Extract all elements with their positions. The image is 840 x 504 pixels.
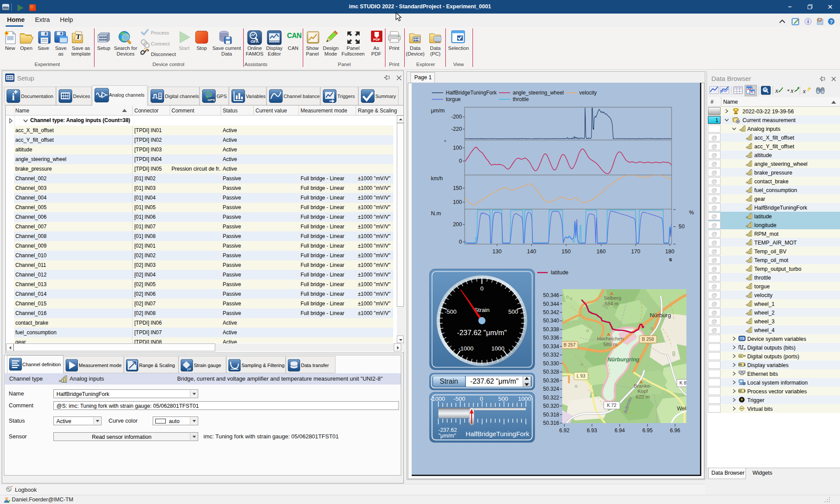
svg-text:HalfBridgeTuningFork: HalfBridgeTuningFork	[466, 430, 529, 438]
svg-text:50.346: 50.346	[543, 292, 559, 298]
svg-text:Kopf: Kopf	[637, 388, 648, 394]
svg-text:20.8: 20.8	[738, 363, 746, 367]
svg-text:Branke-: Branke-	[634, 383, 651, 388]
svg-text:589 m: 589 m	[603, 342, 617, 347]
svg-text:PDF: PDF	[373, 38, 380, 42]
svg-text:50: 50	[679, 224, 685, 230]
svg-text:1000: 1000	[491, 345, 504, 352]
svg-text:50.334: 50.334	[543, 343, 559, 350]
svg-text:GPS: GPS	[208, 98, 216, 102]
svg-text:0: 0	[480, 285, 484, 292]
svg-text:200: 200	[453, 221, 462, 228]
svg-text:50.340: 50.340	[543, 318, 559, 324]
svg-text:-1000: -1000	[458, 345, 474, 352]
svg-text:22.3: 22.3	[738, 389, 746, 393]
svg-text:CAN: CAN	[287, 32, 301, 39]
svg-text:150: 150	[453, 185, 462, 191]
svg-text:%: %	[689, 210, 694, 216]
svg-text:50.328: 50.328	[543, 369, 559, 375]
svg-text:Selberg: Selberg	[604, 295, 621, 301]
svg-text:K 8: K 8	[679, 380, 686, 385]
svg-text:140: 140	[527, 248, 536, 255]
svg-text:?: ?	[830, 19, 833, 24]
svg-text:km/h: km/h	[431, 175, 443, 182]
svg-text:50.324: 50.324	[543, 386, 559, 392]
svg-text:μm/m: μm/m	[431, 108, 445, 114]
svg-text:Nürburgring: Nürburgring	[608, 357, 640, 363]
svg-text:500: 500	[508, 308, 518, 315]
svg-text:100: 100	[453, 145, 462, 151]
svg-text:"μm/m": "μm/m"	[438, 433, 456, 439]
svg-text:6.96: 6.96	[670, 427, 680, 434]
svg-text:-500: -500	[444, 308, 456, 315]
svg-text:-1000: -1000	[430, 396, 445, 402]
svg-text:100: 100	[453, 199, 462, 205]
svg-text:0: 0	[480, 396, 483, 402]
svg-text:6.95: 6.95	[642, 427, 653, 434]
svg-text:170: 170	[631, 248, 640, 255]
svg-text:584 m: 584 m	[605, 301, 619, 306]
svg-text:0: 0	[459, 158, 462, 164]
svg-text:50.330: 50.330	[543, 360, 559, 367]
svg-text:OFA: OFA	[251, 39, 259, 44]
svg-text:torgue: torgue	[446, 96, 461, 102]
svg-text:x: x	[775, 87, 778, 94]
svg-text:150: 150	[562, 248, 571, 255]
svg-text:0: 0	[459, 239, 462, 245]
svg-text:B 257: B 257	[564, 342, 576, 347]
svg-text:-237.62 "μm/m": -237.62 "μm/m"	[470, 378, 518, 385]
svg-text:6.94: 6.94	[615, 427, 625, 434]
svg-text:50.316: 50.316	[543, 420, 559, 426]
svg-text:x: x	[790, 87, 794, 94]
svg-text:Strain: Strain	[440, 378, 458, 385]
svg-text:50.342: 50.342	[543, 309, 559, 315]
svg-text:angle_steering_wheel: angle_steering_wheel	[513, 90, 564, 96]
svg-text:1000: 1000	[518, 396, 531, 402]
svg-text:-500: -500	[453, 396, 465, 402]
svg-text:x: x	[802, 88, 806, 94]
svg-text:6.92: 6.92	[559, 427, 570, 434]
svg-text:L 93: L 93	[577, 373, 585, 378]
svg-text:B 258: B 258	[642, 336, 654, 342]
svg-text:50.318: 50.318	[543, 412, 559, 418]
svg-text:Nürburg: Nürburg	[650, 312, 671, 318]
svg-text:50.332: 50.332	[543, 352, 559, 358]
svg-text:latitude: latitude	[551, 270, 568, 276]
svg-text:622 m: 622 m	[636, 394, 650, 399]
svg-text:velocity: velocity	[579, 90, 597, 96]
svg-text:N.m: N.m	[431, 210, 441, 217]
svg-text:i: i	[12, 91, 15, 102]
svg-text:throttle: throttle	[513, 96, 529, 102]
svg-text:-200: -200	[451, 114, 462, 120]
svg-text:-237.62 "μm/m": -237.62 "μm/m"	[457, 329, 507, 336]
svg-text:HalfBridgeTuningFork: HalfBridgeTuningFork	[446, 90, 497, 96]
svg-text:50.344: 50.344	[543, 301, 559, 307]
svg-text:T: T	[76, 32, 81, 40]
svg-text:50.336: 50.336	[543, 335, 559, 341]
svg-text:s: s	[669, 256, 672, 262]
svg-text:K 72: K 72	[607, 402, 616, 408]
svg-text:-237.62: -237.62	[438, 427, 457, 433]
svg-text:180: 180	[665, 248, 675, 255]
svg-text:50.326: 50.326	[543, 378, 559, 384]
svg-text:Hocheichen: Hocheichen	[597, 336, 624, 341]
svg-text:i: i	[807, 19, 808, 24]
svg-text:6.93: 6.93	[587, 427, 597, 434]
svg-text:50.338: 50.338	[543, 326, 559, 332]
svg-text:°: °	[444, 139, 446, 145]
svg-text:160: 160	[597, 248, 606, 255]
svg-text:50.322: 50.322	[543, 395, 559, 401]
svg-text:50.320: 50.320	[543, 403, 559, 409]
svg-text:130: 130	[493, 248, 502, 255]
svg-text:με: με	[187, 367, 192, 371]
svg-text:500: 500	[498, 396, 508, 402]
svg-text:-220: -220	[451, 126, 462, 132]
